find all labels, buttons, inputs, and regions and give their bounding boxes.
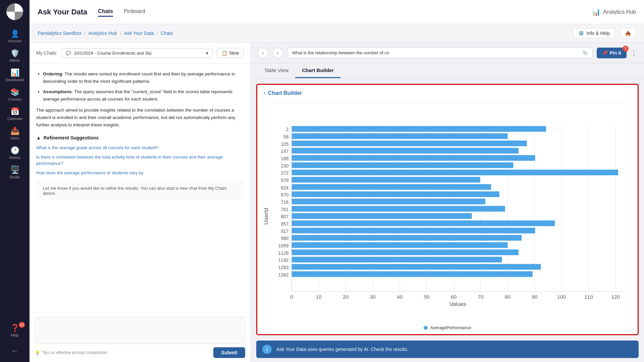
sidebar-item-dashboard[interactable]: 📊 Dashboard xyxy=(0,66,30,85)
inbox-icon: 📥 xyxy=(10,127,19,135)
tips-link[interactable]: 💡 Tips on effective prompt composition xyxy=(35,350,107,355)
sidebar-item-courses[interactable]: 📚 Courses xyxy=(0,85,30,105)
tab-chart-builder[interactable]: Chart Builder xyxy=(295,63,340,78)
svg-text:670: 670 xyxy=(281,192,288,197)
legend-label: AveragePerformance xyxy=(430,325,472,330)
svg-rect-27 xyxy=(292,170,618,175)
sidebar-item-account[interactable]: 👤 Account xyxy=(0,27,30,46)
svg-text:40: 40 xyxy=(397,294,402,300)
svg-rect-37 xyxy=(292,206,505,212)
tab-table-view[interactable]: Table View xyxy=(258,63,295,78)
svg-rect-21 xyxy=(292,148,519,154)
chat-selector[interactable]: 💬 10/1/2024 - Course Enrollments and Stu… xyxy=(61,48,213,58)
svg-text:857: 857 xyxy=(281,221,288,227)
new-chat-label: New xyxy=(229,50,239,56)
right-header: ‹ › What is the relationship between the… xyxy=(251,43,644,63)
svg-rect-45 xyxy=(292,235,522,241)
nav-back-button[interactable]: ‹ xyxy=(258,48,268,58)
analytics-hub-btn[interactable]: 📊 Analytics Hub xyxy=(592,8,636,16)
breadcrumb-ayd[interactable]: Ask Your Data xyxy=(124,31,154,36)
sidebar-item-studio[interactable]: 🖥️ Studio xyxy=(0,163,30,182)
courses-icon: 📚 xyxy=(10,88,19,96)
svg-text:917: 917 xyxy=(281,229,288,234)
breadcrumb-bar: Pandalytics Sandbox › Analytics Hub › As… xyxy=(30,24,644,43)
refinement-title: Refinement Suggestions xyxy=(44,135,99,140)
refinement-section: ▲ Refinement Suggestions What is the ave… xyxy=(36,135,244,176)
help-badge: 10 xyxy=(19,322,25,328)
svg-rect-49 xyxy=(292,249,519,255)
search-text: What is the relationship between the num… xyxy=(292,50,389,55)
sidebar-item-label: Admin xyxy=(9,58,20,62)
submit-button[interactable]: Submit xyxy=(213,347,245,358)
svg-text:230: 230 xyxy=(281,163,288,169)
refinement-link-2[interactable]: How does the average performance of stud… xyxy=(36,170,244,176)
pin-it-label: Pin It xyxy=(610,50,621,56)
chat-bullets: Ordering: The results were sorted by enr… xyxy=(36,70,244,103)
app-logo[interactable] xyxy=(6,3,23,20)
studio-icon: 🖥️ xyxy=(10,166,19,174)
help-icon: ❓ xyxy=(10,324,19,332)
svg-text:147: 147 xyxy=(281,148,288,154)
share-icon: 📤 xyxy=(625,31,631,36)
sidebar-back-btn[interactable]: ← xyxy=(0,343,30,359)
refinement-header: ▲ Refinement Suggestions xyxy=(36,135,244,140)
svg-rect-19 xyxy=(292,140,527,146)
tab-chats[interactable]: Chats xyxy=(98,7,113,17)
share-button[interactable]: 📤 xyxy=(620,28,636,38)
breadcrumb-sandbox[interactable]: Pandalytics Sandbox xyxy=(38,31,82,36)
gear-icon: ⚙️ xyxy=(578,31,584,36)
pin-it-button[interactable]: 📌 Pin It 1 xyxy=(597,48,627,58)
sidebar-item-calendar[interactable]: 📅 Calendar xyxy=(0,105,30,124)
tab-pinboard[interactable]: Pinboard xyxy=(124,7,145,17)
content-area: My Chats: 💬 10/1/2024 - Course Enrollmen… xyxy=(30,43,644,362)
sidebar-item-help[interactable]: ❓ 10 Help xyxy=(0,321,30,341)
chat-input[interactable] xyxy=(35,317,245,344)
svg-text:30: 30 xyxy=(370,294,376,300)
more-options-button[interactable]: ⋮ xyxy=(631,49,637,57)
chevron-down-icon: ▾ xyxy=(206,51,208,56)
info-help-button[interactable]: ⚙️ Info & Help xyxy=(573,28,615,38)
chat-input-area: 💡 Tips on effective prompt composition S… xyxy=(30,313,251,362)
svg-text:50: 50 xyxy=(424,294,430,300)
chat-body: Ordering: The results were sorted by enr… xyxy=(30,64,251,313)
breadcrumb-actions: ⚙️ Info & Help 📤 xyxy=(573,28,636,38)
tips-label: Tips on effective prompt composition xyxy=(42,350,107,355)
breadcrumb-chats[interactable]: Chats xyxy=(161,31,173,36)
svg-text:60: 60 xyxy=(451,294,457,300)
chat-bottom-message: Let me know if you would like to refine … xyxy=(36,181,244,200)
clip-icon: 📎 xyxy=(582,50,588,55)
admin-icon: 🛡️ xyxy=(10,50,19,57)
sidebar-item-label: Help xyxy=(11,333,19,337)
svg-rect-33 xyxy=(292,191,499,197)
svg-text:Values: Values xyxy=(449,301,467,307)
svg-rect-23 xyxy=(292,155,535,161)
refinement-link-0[interactable]: What is the average grade across all cou… xyxy=(36,144,244,151)
new-chat-button[interactable]: 📋 New xyxy=(217,48,244,58)
svg-rect-35 xyxy=(292,199,485,204)
sidebar-item-label: Dashboard xyxy=(6,78,24,82)
analytics-hub-label: Analytics Hub xyxy=(603,9,636,15)
svg-rect-15 xyxy=(292,126,546,132)
sidebar-item-inbox[interactable]: 📥 Inbox xyxy=(0,124,30,143)
nav-forward-button[interactable]: › xyxy=(272,48,283,58)
chart-legend: AveragePerformance xyxy=(257,322,638,334)
chat-selector-text: 10/1/2024 - Course Enrollments and Stu xyxy=(74,51,152,56)
sidebar-item-history[interactable]: 🕐 History xyxy=(0,143,30,163)
sidebar: 👤 Account 🛡️ Admin 📊 Dashboard 📚 Courses… xyxy=(0,0,30,362)
calendar-icon: 📅 xyxy=(10,108,19,115)
info-banner: i Ask Your Data uses queries generated b… xyxy=(256,341,639,358)
bullet-ordering-label: Ordering xyxy=(43,71,62,76)
account-icon: 👤 xyxy=(10,30,19,38)
topbar-nav: Chats Pinboard xyxy=(98,7,145,17)
refinement-link-1[interactable]: Is there a correlation between the total… xyxy=(36,154,244,167)
breadcrumb-hub[interactable]: Analytics Hub xyxy=(88,31,117,36)
svg-text:761: 761 xyxy=(281,207,288,212)
chart-back-button[interactable]: ‹ xyxy=(263,89,265,97)
svg-text:10: 10 xyxy=(316,294,322,300)
svg-text:980: 980 xyxy=(281,236,288,241)
chat-paragraph: The approach aimed to provide insights r… xyxy=(36,107,244,128)
sidebar-item-admin[interactable]: 🛡️ Admin xyxy=(0,46,30,66)
svg-rect-43 xyxy=(292,228,535,233)
svg-text:2: 2 xyxy=(286,127,289,132)
svg-rect-25 xyxy=(292,162,514,168)
